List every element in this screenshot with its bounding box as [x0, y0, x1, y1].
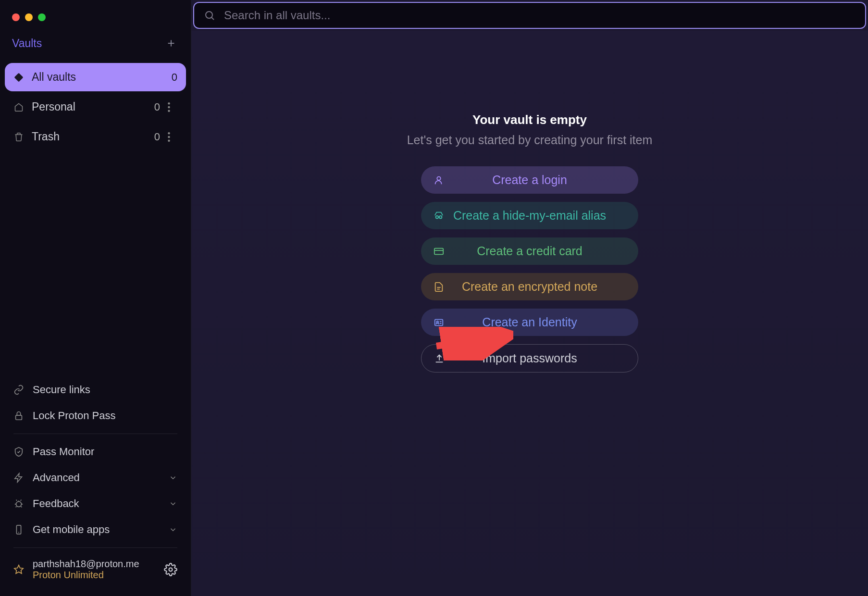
svg-point-15: [206, 12, 212, 18]
chevron-down-icon: [169, 499, 177, 508]
sidebar-item-pass-monitor[interactable]: Pass Monitor: [5, 439, 186, 465]
mobile-icon: [13, 524, 24, 535]
svg-marker-13: [14, 565, 23, 573]
search-input[interactable]: [224, 9, 856, 22]
credit-card-icon: [434, 246, 444, 257]
sidebar-item-secure-links[interactable]: Secure links: [5, 377, 186, 403]
chevron-down-icon: [169, 525, 177, 534]
main-content: Your vault is empty Let's get you starte…: [191, 0, 868, 596]
svg-rect-11: [16, 525, 21, 534]
annotation-arrow: [432, 327, 513, 360]
alias-icon: [434, 211, 444, 221]
account-info[interactable]: parthshah18@proton.me Proton Unlimited: [33, 559, 155, 581]
account-email: parthshah18@proton.me: [33, 559, 155, 570]
gear-icon: [164, 563, 177, 576]
sidebar-item-personal[interactable]: Personal 0: [5, 93, 186, 121]
svg-rect-21: [434, 248, 443, 254]
close-window-button[interactable]: [12, 13, 20, 21]
vault-item-label: Trash: [32, 130, 147, 143]
vault-item-label: All vaults: [32, 71, 164, 84]
sidebar: Vaults All vaults 0 Personal 0: [0, 0, 191, 596]
create-note-button[interactable]: Create an encrypted note: [421, 273, 638, 300]
svg-line-29: [436, 336, 501, 346]
svg-point-19: [439, 216, 442, 219]
svg-point-3: [168, 102, 170, 104]
button-label: Create a login: [435, 173, 624, 187]
all-vaults-icon: [13, 72, 24, 83]
search-icon: [204, 10, 215, 21]
nav-label: Feedback: [33, 497, 160, 510]
nav-label: Pass Monitor: [33, 446, 177, 458]
nav-label: Lock Proton Pass: [33, 410, 177, 422]
svg-point-7: [168, 136, 170, 137]
more-icon: [168, 132, 170, 142]
create-login-button[interactable]: Create a login: [421, 166, 638, 194]
note-icon: [434, 282, 444, 292]
svg-point-8: [168, 139, 170, 141]
sidebar-item-advanced[interactable]: Advanced: [5, 465, 186, 491]
divider: [13, 434, 177, 434]
nav-label: Get mobile apps: [33, 523, 160, 536]
create-alias-button[interactable]: Create a hide-my-email alias: [421, 202, 638, 229]
lightning-icon: [13, 472, 24, 483]
svg-rect-25: [435, 319, 443, 325]
svg-point-5: [168, 110, 170, 112]
svg-point-4: [168, 106, 170, 108]
create-card-button[interactable]: Create a credit card: [421, 237, 638, 265]
chevron-down-icon: [169, 473, 177, 482]
search-bar[interactable]: [193, 2, 866, 29]
empty-subtitle: Let's get you started by creating your f…: [407, 133, 653, 147]
add-vault-button[interactable]: [163, 36, 179, 51]
svg-point-18: [436, 216, 439, 219]
nav-label: Secure links: [33, 384, 177, 396]
svg-rect-2: [14, 73, 24, 82]
sidebar-item-trash[interactable]: Trash 0: [5, 123, 186, 151]
divider: [13, 547, 177, 548]
svg-line-16: [212, 18, 214, 20]
user-icon: [434, 175, 444, 186]
lock-icon: [13, 410, 24, 421]
vault-item-count: 0: [172, 71, 177, 84]
trash-icon: [13, 132, 24, 142]
vault-more-button[interactable]: [168, 102, 177, 112]
svg-point-10: [16, 501, 22, 507]
vaults-title: Vaults: [12, 37, 42, 50]
button-label: Create an encrypted note: [435, 280, 624, 294]
vault-item-label: Personal: [32, 100, 147, 113]
settings-button[interactable]: [164, 563, 177, 576]
svg-point-6: [168, 132, 170, 134]
sidebar-item-all-vaults[interactable]: All vaults 0: [5, 63, 186, 91]
sidebar-item-lock[interactable]: Lock Proton Pass: [5, 403, 186, 429]
empty-title: Your vault is empty: [472, 112, 587, 127]
sidebar-item-feedback[interactable]: Feedback: [5, 491, 186, 517]
vault-item-count: 0: [154, 131, 160, 143]
maximize-window-button[interactable]: [38, 13, 46, 21]
vault-item-count: 0: [154, 101, 160, 113]
account-row: parthshah18@proton.me Proton Unlimited: [5, 553, 186, 586]
svg-point-17: [437, 176, 440, 180]
button-label: Create a hide-my-email alias: [435, 209, 624, 223]
home-icon: [13, 102, 24, 112]
nav-label: Advanced: [33, 472, 160, 484]
identity-icon: [434, 317, 444, 328]
svg-rect-9: [16, 415, 22, 420]
vaults-header: Vaults: [0, 36, 191, 63]
vault-list: All vaults 0 Personal 0 Trash 0: [0, 63, 191, 152]
bug-icon: [13, 498, 24, 509]
empty-state: Your vault is empty Let's get you starte…: [191, 31, 868, 596]
more-icon: [168, 102, 170, 112]
vault-more-button[interactable]: [168, 132, 177, 142]
button-label: Create a credit card: [435, 244, 624, 258]
plus-icon: [166, 38, 176, 49]
window-controls: [0, 10, 191, 36]
minimize-window-button[interactable]: [25, 13, 33, 21]
search-container: [191, 0, 868, 31]
svg-point-26: [436, 321, 438, 323]
link-icon: [13, 385, 24, 395]
shield-icon: [13, 447, 24, 457]
svg-point-14: [169, 568, 173, 571]
star-icon: [13, 564, 24, 575]
account-plan: Proton Unlimited: [33, 570, 155, 581]
sidebar-item-mobile-apps[interactable]: Get mobile apps: [5, 517, 186, 543]
sidebar-bottom: Secure links Lock Proton Pass Pass Monit…: [0, 377, 191, 586]
